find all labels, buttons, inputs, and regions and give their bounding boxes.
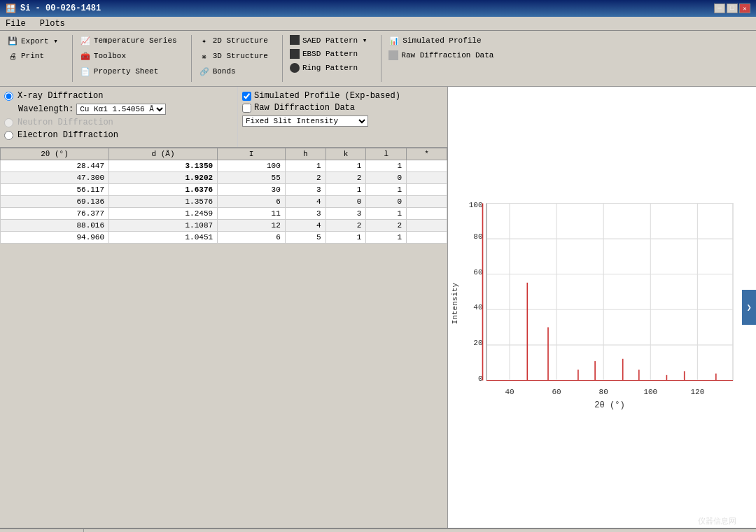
cell-d: 1.6376 <box>109 184 218 196</box>
neutron-radio[interactable] <box>4 118 13 127</box>
cell-l: 1 <box>366 208 407 220</box>
cell-I: 6 <box>218 232 286 244</box>
right-options: Simulated Profile (Exp-based) Raw Diffra… <box>238 87 447 147</box>
wavelength-row: Wavelength: Cu Kα1 1.54056 Å <box>18 104 233 115</box>
bonds-button[interactable]: 🔗 Bonds <box>196 64 271 78</box>
neutron-row: Neutron Diffraction <box>4 118 233 127</box>
cell-2theta: 69.136 <box>1 196 109 208</box>
svg-text:40: 40 <box>473 303 482 312</box>
cell-k: 2 <box>326 220 366 232</box>
table-area: 2θ (°) d (Å) I h k l * 28.447 3.1350 100… <box>0 148 447 528</box>
bottom-panel: PDF Experimental Physical Crystal Struct… <box>0 528 756 532</box>
cell-l: 0 <box>366 196 407 208</box>
electron-row: Electron Diffraction <box>4 130 233 140</box>
2d-structure-button[interactable]: ✦ 2D Structure <box>196 34 271 48</box>
xray-label: X-ray Diffraction <box>18 91 103 101</box>
table-row: 76.377 1.2459 11 3 3 1 <box>1 208 447 220</box>
intensity-select[interactable]: Fixed Slit Intensity <box>242 115 368 127</box>
raw-diffraction-checkbox[interactable] <box>242 104 251 113</box>
main-area: X-ray Diffraction Wavelength: Cu Kα1 1.5… <box>0 87 756 528</box>
cell-2theta: 94.960 <box>1 232 109 244</box>
raw-diff-icon <box>388 50 398 60</box>
left-options: X-ray Diffraction Wavelength: Cu Kα1 1.5… <box>0 87 238 147</box>
minimize-button[interactable]: ─ <box>714 4 725 13</box>
export-icon: 💾 <box>7 35 18 46</box>
saed-pattern-button[interactable]: SAED Pattern ▾ <box>287 34 370 46</box>
xray-radio[interactable] <box>4 92 13 101</box>
toolbar-col5: 📊 Simulated Profile Raw Diffraction Data <box>386 34 496 62</box>
2d-icon: ✦ <box>199 35 210 46</box>
svg-text:80: 80 <box>599 388 608 396</box>
toolbar: 💾 Export ▾ 🖨 Print 📈 Temperature Series … <box>0 31 756 87</box>
table-scroll[interactable]: 2θ (°) d (Å) I h k l * 28.447 3.1350 100… <box>0 148 447 528</box>
col-header-I: I <box>218 148 286 160</box>
svg-text:80: 80 <box>473 232 482 241</box>
svg-text:40: 40 <box>505 388 514 396</box>
simulated-profile-checkbox[interactable] <box>242 92 251 101</box>
cell-2theta: 76.377 <box>1 208 109 220</box>
col-header-k: k <box>326 148 366 160</box>
options-area: X-ray Diffraction Wavelength: Cu Kα1 1.5… <box>0 87 447 148</box>
cell-h: 2 <box>285 172 326 184</box>
bonds-icon: 🔗 <box>199 66 210 77</box>
simulated-profile-row: Simulated Profile (Exp-based) <box>242 91 443 101</box>
cell-2theta: 56.117 <box>1 184 109 196</box>
electron-label: Electron Diffraction <box>18 130 118 140</box>
toolbar-col3: ✦ 2D Structure ❋ 3D Structure 🔗 Bonds <box>196 34 271 78</box>
close-button[interactable]: ✕ <box>739 4 750 13</box>
cell-d: 3.1350 <box>109 160 218 172</box>
toolbar-col4: SAED Pattern ▾ EBSD Pattern Ring Pattern <box>287 34 370 74</box>
menu-plots[interactable]: Plots <box>37 18 68 29</box>
simulated-profile-label: Simulated Profile (Exp-based) <box>254 91 400 101</box>
window-controls: ─ □ ✕ <box>714 4 750 13</box>
right-content: Status: Alternate Environment: Ambient Q… <box>84 529 756 532</box>
left-nav: PDF Experimental Physical Crystal Struct… <box>0 529 84 532</box>
svg-text:2θ (°): 2θ (°) <box>594 400 625 410</box>
property-sheet-button[interactable]: 📄 Property Sheet <box>77 64 180 78</box>
cell-2theta: 88.016 <box>1 220 109 232</box>
title-bar: 🪟 Si - 00-026-1481 ─ □ ✕ <box>0 0 756 17</box>
table-row: 47.300 1.9202 55 2 2 0 <box>1 172 447 184</box>
cell-I: 11 <box>218 208 286 220</box>
simulated-profile-button[interactable]: 📊 Simulated Profile <box>386 34 496 48</box>
cell-star <box>407 220 447 232</box>
print-button[interactable]: 🖨 Print <box>4 49 61 63</box>
ring-pattern-button[interactable]: Ring Pattern <box>287 62 370 74</box>
cell-d: 1.3576 <box>109 196 218 208</box>
simulated-icon: 📊 <box>388 35 400 46</box>
nav-pdf[interactable]: PDF <box>0 529 83 532</box>
cell-star <box>407 184 447 196</box>
electron-radio[interactable] <box>4 131 13 140</box>
svg-text:100: 100 <box>469 201 483 209</box>
toolbox-button[interactable]: 🧰 Toolbox <box>77 49 180 63</box>
3d-structure-button[interactable]: ❋ 3D Structure <box>196 49 271 63</box>
table-row: 69.136 1.3576 6 4 0 0 <box>1 196 447 208</box>
chevron-button[interactable]: ❯ <box>742 290 756 325</box>
toolbar-col2: 📈 Temperature Series 🧰 Toolbox 📄 Propert… <box>77 34 180 78</box>
restore-button[interactable]: □ <box>727 4 738 13</box>
raw-diffraction-button[interactable]: Raw Diffraction Data <box>386 49 496 62</box>
temperature-icon: 📈 <box>80 35 91 46</box>
cell-h: 3 <box>285 184 326 196</box>
info-header: Status: Alternate Environment: Ambient Q… <box>84 529 756 532</box>
col-header-2theta: 2θ (°) <box>1 148 109 160</box>
svg-text:120: 120 <box>690 388 704 396</box>
svg-text:Intensity: Intensity <box>451 282 459 324</box>
menu-file[interactable]: File <box>3 18 29 29</box>
wavelength-select[interactable]: Cu Kα1 1.54056 Å <box>76 104 166 115</box>
cell-h: 1 <box>285 160 326 172</box>
ring-icon <box>290 63 300 73</box>
table-row: 56.117 1.6376 30 3 1 1 <box>1 184 447 196</box>
window-title: Si - 00-026-1481 <box>20 4 101 13</box>
export-button[interactable]: 💾 Export ▾ <box>4 34 61 48</box>
diffraction-chart: 0 20 40 60 80 100 40 60 80 100 120 <box>448 87 756 528</box>
intensity-row: Fixed Slit Intensity <box>242 115 443 127</box>
cell-d: 1.2459 <box>109 208 218 220</box>
col-header-d: d (Å) <box>109 148 218 160</box>
temperature-series-button[interactable]: 📈 Temperature Series <box>77 34 180 48</box>
ebsd-pattern-button[interactable]: EBSD Pattern <box>287 48 370 60</box>
cell-k: 1 <box>326 232 366 244</box>
toolbar-separator-1 <box>72 35 73 82</box>
neutron-label: Neutron Diffraction <box>18 118 113 127</box>
svg-text:100: 100 <box>643 388 657 396</box>
